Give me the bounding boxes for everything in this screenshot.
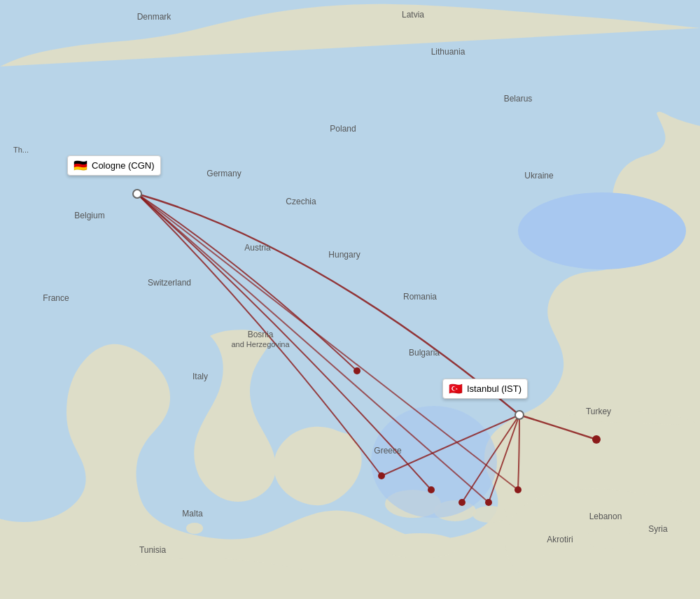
geo-label-italy: Italy <box>192 372 208 381</box>
geo-label-akrotiri: Akrotiri <box>547 535 573 544</box>
geo-label-bulgaria: Bulgaria <box>409 348 440 358</box>
geo-label-romania: Romania <box>403 292 437 302</box>
geo-label-belarus: Belarus <box>504 94 533 104</box>
svg-point-7 <box>584 529 634 549</box>
geo-label-poland: Poland <box>330 124 356 134</box>
map-svg: Latvia Lithuania Denmark Belarus Poland … <box>0 0 700 599</box>
svg-point-15 <box>485 499 492 506</box>
geo-label-bosnia1: Bosnia <box>248 330 274 339</box>
svg-point-13 <box>428 486 435 493</box>
svg-point-5 <box>472 506 507 523</box>
svg-point-17 <box>592 435 601 444</box>
svg-point-16 <box>514 486 522 493</box>
geo-label-syria: Syria <box>648 524 668 534</box>
svg-point-6 <box>382 533 458 558</box>
cologne-airport-label: 🇩🇪 Cologne (CGN) <box>67 155 161 176</box>
geo-label-france: France <box>43 293 69 303</box>
svg-point-8 <box>186 523 203 534</box>
geo-label-tunisia: Tunisia <box>139 545 167 555</box>
germany-flag: 🇩🇪 <box>74 159 88 172</box>
geo-label-turkey: Turkey <box>586 407 611 416</box>
svg-point-9 <box>518 192 686 269</box>
geo-label-belgium: Belgium <box>74 211 104 220</box>
geo-label-bosnia2: and Herzegovina <box>231 340 290 348</box>
svg-point-19 <box>515 411 524 419</box>
svg-point-12 <box>378 472 385 479</box>
cologne-airport-name: Cologne (CGN) <box>92 160 155 171</box>
geo-label-denmark: Denmark <box>137 12 172 22</box>
geo-label-uk: Th... <box>13 146 29 154</box>
geo-label-malta: Malta <box>182 509 203 519</box>
geo-label-czechia: Czechia <box>286 197 316 206</box>
geo-label-latvia: Latvia <box>402 10 424 20</box>
svg-point-11 <box>354 367 360 374</box>
geo-label-lithuania: Lithuania <box>431 47 465 57</box>
svg-point-10 <box>371 406 497 518</box>
istanbul-airport-name: Istanbul (IST) <box>467 383 522 394</box>
istanbul-airport-label: 🇹🇷 Istanbul (IST) <box>442 379 528 399</box>
svg-point-18 <box>133 190 141 198</box>
svg-point-14 <box>458 499 465 506</box>
geo-label-germany: Germany <box>206 169 241 178</box>
map-container: Latvia Lithuania Denmark Belarus Poland … <box>0 0 700 599</box>
geo-label-hungary: Hungary <box>328 250 360 260</box>
geo-label-greece: Greece <box>374 446 402 456</box>
geo-label-austria: Austria <box>244 243 271 253</box>
geo-label-lebanon: Lebanon <box>589 512 622 521</box>
geo-label-ukraine: Ukraine <box>524 171 554 181</box>
geo-label-switzerland: Switzerland <box>148 278 191 288</box>
turkey-flag: 🇹🇷 <box>449 382 463 395</box>
